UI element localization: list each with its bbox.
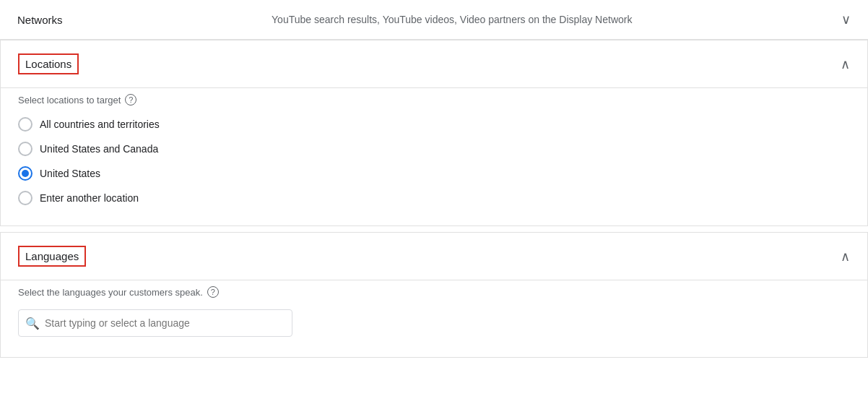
radio-circle-us	[18, 166, 32, 181]
language-search-input[interactable]	[18, 309, 292, 337]
languages-title: Languages	[18, 246, 86, 267]
language-search-container: 🔍	[18, 309, 292, 337]
radio-label-us: United States	[40, 168, 100, 179]
radio-option-all[interactable]: All countries and territories	[18, 117, 850, 132]
radio-option-us[interactable]: United States	[18, 166, 850, 181]
networks-section: Networks YouTube search results, YouTube…	[0, 0, 868, 40]
locations-header[interactable]: Locations ∧	[1, 40, 867, 87]
radio-circle-us-canada	[18, 142, 32, 156]
languages-label-text: Select the languages your customers spea…	[18, 287, 203, 298]
networks-chevron[interactable]: ∨	[841, 12, 851, 27]
networks-title: Networks	[17, 14, 63, 26]
locations-help-icon[interactable]: ?	[125, 94, 136, 106]
languages-section: Languages ∧ Select the languages your cu…	[0, 232, 868, 358]
radio-label-us-canada: United States and Canada	[40, 143, 158, 155]
locations-body: Select locations to target ? All countri…	[1, 87, 867, 225]
languages-help-icon[interactable]: ?	[207, 286, 219, 298]
languages-chevron[interactable]: ∧	[841, 249, 850, 265]
radio-label-all: All countries and territories	[40, 119, 160, 130]
radio-circle-all	[18, 117, 32, 132]
locations-radio-group: All countries and territories United Sta…	[18, 117, 850, 205]
radio-circle-another	[18, 191, 32, 205]
locations-title: Locations	[18, 53, 79, 74]
radio-option-us-canada[interactable]: United States and Canada	[18, 142, 850, 156]
languages-body: Select the languages your customers spea…	[1, 280, 867, 357]
locations-label: Select locations to target ?	[18, 94, 850, 106]
locations-label-text: Select locations to target	[18, 95, 121, 106]
languages-label: Select the languages your customers spea…	[18, 286, 850, 298]
radio-label-another: Enter another location	[40, 192, 139, 204]
search-icon: 🔍	[25, 317, 40, 330]
languages-header[interactable]: Languages ∧	[1, 233, 867, 280]
locations-section: Locations ∧ Select locations to target ?…	[0, 40, 868, 226]
radio-option-another[interactable]: Enter another location	[18, 191, 850, 205]
locations-chevron[interactable]: ∧	[841, 56, 850, 72]
networks-value: YouTube search results, YouTube videos, …	[63, 14, 841, 25]
